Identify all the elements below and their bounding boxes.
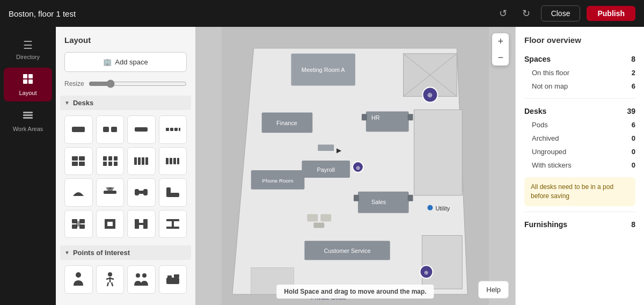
desk-item-double[interactable] <box>96 115 125 144</box>
floor-plan: Meeting Room A Finance HR ▶ <box>195 27 515 305</box>
svg-rect-24 <box>114 162 118 166</box>
desk-item-bone[interactable] <box>127 178 156 207</box>
poi-item-restroom[interactable] <box>159 265 187 294</box>
hint-key: Space <box>300 288 321 295</box>
svg-rect-20 <box>108 156 112 161</box>
topbar: Boston, floor 1 test ↺ ↻ Close Publish <box>0 0 644 27</box>
desk-item-i[interactable] <box>159 210 187 238</box>
close-button[interactable]: Close <box>541 5 581 21</box>
desk-item-2x3[interactable] <box>96 147 125 176</box>
main-content: ☰ Directory Layout Wo <box>0 27 644 305</box>
svg-text:HR: HR <box>371 114 380 121</box>
desk-item-bracket[interactable] <box>96 210 125 238</box>
svg-rect-89 <box>422 236 463 289</box>
svg-rect-43 <box>76 221 80 227</box>
add-space-label: Add space <box>115 58 148 66</box>
svg-rect-5 <box>23 114 33 116</box>
undo-button[interactable]: ↺ <box>495 5 511 21</box>
svg-rect-2 <box>23 79 27 84</box>
zoom-in-button[interactable]: + <box>492 33 509 49</box>
svg-rect-31 <box>173 158 176 164</box>
furnishings-row: Furnishings 8 <box>524 217 635 231</box>
sidebar-item-layout[interactable]: Layout <box>4 68 52 101</box>
desk-item-arc[interactable] <box>64 178 93 207</box>
svg-rect-53 <box>172 220 174 228</box>
svg-rect-13 <box>174 128 178 131</box>
redo-button[interactable]: ↻ <box>518 5 535 21</box>
archived-label: Archived <box>532 134 559 142</box>
archived-row: Archived 0 <box>524 132 635 145</box>
desks-section-label: Desks <box>73 99 93 107</box>
publish-button[interactable]: Publish <box>587 6 635 21</box>
poi-item-group[interactable] <box>127 265 156 294</box>
hint-prefix: Hold <box>284 288 298 295</box>
svg-rect-29 <box>166 158 169 164</box>
desk-item-row[interactable] <box>159 115 187 144</box>
floor-overview-panel: Floor overview Spaces 8 On this floor 2 … <box>515 27 644 305</box>
svg-rect-8 <box>103 127 109 132</box>
zoom-out-button[interactable]: − <box>492 49 509 66</box>
desks-total: 39 <box>627 107 635 115</box>
svg-text:Phone Room: Phone Room <box>262 178 294 184</box>
poi-section-label: Points of Interest <box>73 249 130 257</box>
desk-item-2x2[interactable] <box>64 147 93 176</box>
svg-rect-10 <box>135 127 148 132</box>
poi-item-person[interactable] <box>64 265 93 294</box>
svg-rect-60 <box>174 274 179 278</box>
map-area[interactable]: Meeting Room A Finance HR ▶ <box>195 27 515 305</box>
svg-rect-90 <box>307 214 318 222</box>
desk-item-t[interactable] <box>96 178 125 207</box>
desk-item-single[interactable] <box>64 115 93 144</box>
svg-rect-50 <box>137 223 145 225</box>
svg-rect-73 <box>408 114 413 120</box>
add-space-button[interactable]: 🏢 Add space <box>64 52 187 72</box>
spaces-row: Spaces 8 <box>524 52 635 66</box>
directory-icon: ☰ <box>23 39 33 52</box>
svg-rect-21 <box>114 156 118 161</box>
svg-text:Sales: Sales <box>371 199 386 205</box>
sidebar-item-work-areas[interactable]: Work Areas <box>4 104 52 137</box>
desks-row: Desks 39 <box>524 104 635 118</box>
svg-rect-15 <box>72 156 78 161</box>
poi-section-header[interactable]: ▼ Points of Interest <box>60 245 191 260</box>
svg-point-86 <box>427 205 433 210</box>
sidebar-item-directory[interactable]: ☰ Directory <box>4 33 52 66</box>
ungrouped-value: 0 <box>632 148 635 156</box>
poi-grid <box>64 265 187 294</box>
not-on-map-label: Not on map <box>532 82 568 90</box>
svg-rect-35 <box>135 189 139 195</box>
nav-sidebar: ☰ Directory Layout Wo <box>0 27 56 305</box>
poi-item-accessibility[interactable] <box>96 265 125 294</box>
svg-rect-59 <box>167 275 172 280</box>
svg-rect-1 <box>28 74 33 78</box>
pods-value: 6 <box>632 121 635 129</box>
page-title: Boston, floor 1 test <box>9 9 495 18</box>
svg-rect-27 <box>142 157 144 165</box>
desk-item-corner[interactable] <box>159 178 187 207</box>
resize-slider[interactable] <box>89 79 187 88</box>
svg-rect-88 <box>414 110 463 195</box>
warning-box: All desks need to be in a pod before sav… <box>524 177 635 206</box>
svg-rect-16 <box>79 156 85 161</box>
desk-item-h[interactable] <box>127 210 156 238</box>
desk-grid <box>64 115 187 238</box>
on-this-floor-value: 2 <box>632 69 635 77</box>
with-stickers-row: With stickers 0 <box>524 158 635 172</box>
desk-item-cluster[interactable] <box>64 210 93 238</box>
on-this-floor-label: On this floor <box>532 69 569 77</box>
svg-rect-12 <box>170 128 173 131</box>
resize-row: Resize <box>64 79 187 88</box>
desk-item-wide[interactable] <box>127 115 156 144</box>
svg-rect-75 <box>318 144 334 151</box>
svg-point-56 <box>136 273 140 278</box>
sidebar-item-label-work-areas: Work Areas <box>13 126 43 132</box>
svg-rect-84 <box>354 195 359 201</box>
desk-item-strip[interactable] <box>127 147 156 176</box>
svg-rect-92 <box>313 223 324 228</box>
zoom-controls: + − <box>492 33 509 66</box>
desks-section-header[interactable]: ▼ Desks <box>60 96 191 110</box>
help-button[interactable]: Help <box>478 281 509 299</box>
poi-toggle-icon: ▼ <box>64 250 70 256</box>
desk-item-strip2[interactable] <box>159 147 187 176</box>
svg-text:⊕: ⊕ <box>427 91 433 99</box>
